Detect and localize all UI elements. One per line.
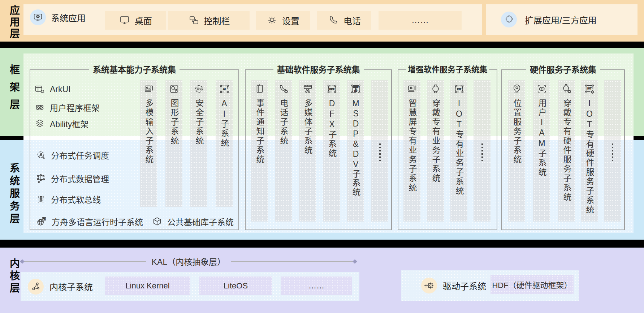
item-arkui: ArkUI [34,84,71,95]
item-label: 分布式软总线 [51,193,101,205]
column-label: DFX子系统 [328,99,336,158]
column-label: 图形子系统 [170,99,178,146]
driver-subsystem-panel: 驱动子系统 HDF（硬件驱动框架） [401,270,579,301]
app-item-system-apps: 系统应用 [30,9,86,25]
extension-apps-label: 扩展应用/三方应用 [525,13,597,26]
label-framework-layer: 框架层 [7,64,21,116]
label-kernel-layer: 内核层 [7,258,21,295]
column-event-notification: 事件通知子系统 [251,80,268,222]
separator-top [0,42,644,48]
puzzle-icon [501,12,517,27]
column-label: 多媒体子系统 [303,99,312,155]
driver-box-hdf: HDF（硬件驱动框架） [490,275,574,294]
driver-subsystem-icon [421,278,437,293]
item-distributed-data: 分布式数据管理 [35,172,109,185]
column-label: 安全子系统 [195,99,203,146]
item-ark-runtime: 方舟多语言运行时子系统 [36,215,143,228]
media-icon [302,83,313,94]
multimodal-input-icon [143,83,154,94]
column-security: 安全子系统 [190,80,207,207]
kernel-subsystem-icon [28,279,44,295]
item-label: Ability框架 [50,117,88,130]
ellipsis-dots [379,143,381,161]
phone-gear-icon [278,83,289,94]
label-application-layer: 应用层 [7,5,21,40]
item-label: 方舟多语言运行时子系统 [52,215,143,228]
smart-screen-icon [407,83,418,94]
column-multimodal-input: 多模输入子系统 [140,80,157,207]
column-wearable-hardware-service: 穿戴专有硬件服务子系统 [558,80,575,222]
label-service-layer: 系统服务层 [7,163,21,226]
app-item-phone: 电话 [317,11,371,30]
iot-gear-frame-icon [584,83,595,94]
architecture-diagram: 应用层 框架层 系统服务层 内核层 系统应用 桌面 控制栏 设置 电话 …… 扩… [0,0,644,313]
column-location-service: 位置服务子系统 [508,80,525,222]
column-graphics: 图形子系统 [165,80,182,207]
distributed-task-icon [35,150,46,160]
item-label: ArkUI [50,85,71,94]
column-iot-hardware-service: IOT专有硬件服务子系统 [581,80,598,222]
kal-line-right [231,261,353,262]
group-title: 基础软件服务子系统集 [273,64,364,75]
ellipsis-dots [481,143,483,161]
item-label: 公共基础库子系统 [167,215,234,228]
control-bar-icon [188,14,200,26]
gear-icon [266,14,278,26]
item-label: 用户程序框架 [50,101,100,113]
column-more-basic-services [371,80,388,222]
system-app-icon [30,9,46,25]
app-item-ellipsis: …… [379,11,462,30]
item-distributed-task: 分布式任务调度 [35,149,109,161]
column-label: 电话子系统 [279,99,288,146]
column-multimedia: 多媒体子系统 [299,80,316,222]
app-item-settings: 设置 [256,11,310,30]
data-nodes-icon [35,173,46,184]
column-iot-service: IOT专有业务子系统 [450,80,467,222]
column-telephony: 电话子系统 [275,80,292,222]
phone-icon [328,14,339,26]
watch-gear-icon [561,83,572,94]
graphics-icon [169,83,180,94]
app-item-label: …… [411,15,429,25]
kal-abstraction-row: KAL（内核抽象层） [21,257,356,266]
column-more-hardware-services [604,80,621,222]
column-label: 多模输入子系统 [144,99,153,164]
item-label: 分布式数据管理 [51,172,109,185]
column-more-enhanced-services [474,80,490,222]
item-common-library: 公共基础库子系统 [152,215,234,228]
msdp-dv-frame-icon [350,83,361,94]
location-pin-icon [511,83,522,94]
softbus-icon [35,194,46,205]
iot-frame-icon [454,83,464,94]
column-dfx: DFX子系统 [323,80,340,222]
kernel-subsystem-panel: 内核子系统 Linux Kernel LiteOS …… [21,272,359,301]
column-label: 事件通知子系统 [255,99,264,164]
item-label: 分布式任务调度 [51,149,109,161]
column-label: IOT专有业务子系统 [455,99,463,196]
column-label: IOT专有硬件服务子系统 [585,99,593,215]
column-label: 穿戴专有业务子系统 [431,99,440,183]
kernel-box-linux: Linux Kernel [105,276,190,295]
watch-icon [430,83,441,94]
kal-line-left [24,261,146,262]
eye-scan-icon [536,83,547,94]
column-label: 穿戴专有硬件服务子系统 [562,99,571,202]
item-app-framework: 用户程序框架 [34,101,100,113]
security-key-icon [194,83,204,94]
desktop-icon [119,14,130,26]
app-item-label: 系统应用 [51,11,86,24]
kal-diamond-right [353,259,357,264]
app-item-label: 控制栏 [204,14,230,27]
driver-subsystem-label: 驱动子系统 [443,279,486,292]
kal-label: KAL（内核抽象层） [146,255,231,267]
group-title: 硬件服务子系统集 [526,64,600,75]
kernel-box-liteos: LiteOS [199,276,272,295]
app-item-desktop: 桌面 [105,11,166,30]
app-item-label: 桌面 [135,14,152,27]
group-title: 增强软件服务子系统集 [406,64,489,75]
extension-apps-panel: 扩展应用/三方应用 [486,4,637,35]
layers-icon [34,118,45,129]
column-msdp-dv: MSDP&DV子系统 [347,80,364,222]
column-user-iam: 用户IAM子系统 [533,80,550,222]
app-item-label: 设置 [282,14,299,27]
